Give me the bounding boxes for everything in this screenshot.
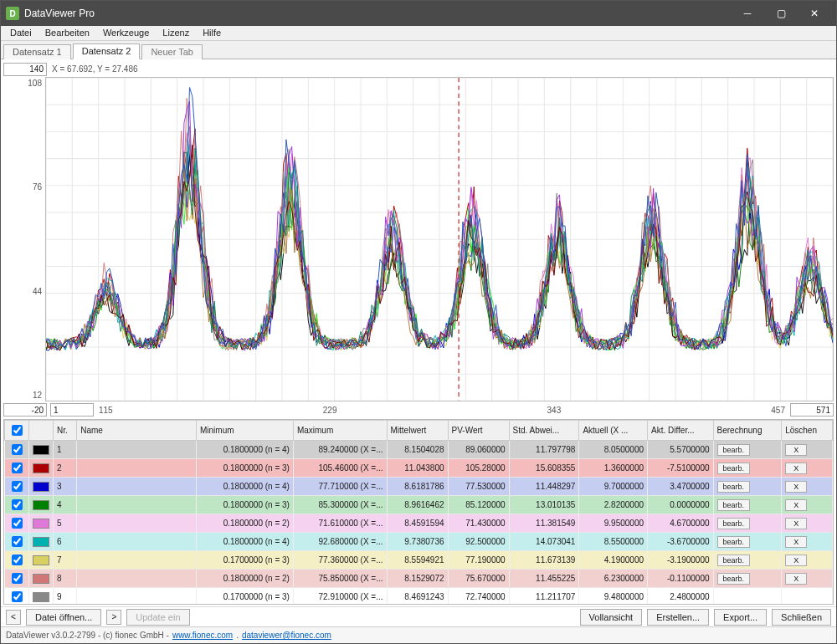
col-header[interactable]: Nr. (54, 421, 77, 441)
tabbar: Datensatz 1Datensatz 2Neuer Tab (1, 41, 836, 59)
table-row[interactable]: 10.1800000 (n = 4)89.240000 (X =...8.150… (5, 441, 833, 459)
delete-button[interactable]: X (785, 573, 807, 585)
col-header[interactable]: Aktuell (X ... (579, 421, 648, 441)
tab-datensatz-2[interactable]: Datensatz 2 (73, 43, 141, 59)
series-color-swatch[interactable] (33, 482, 49, 492)
menubar: DateiBearbeitenWerkzeugeLizenzHilfe (1, 26, 836, 41)
series-color-swatch[interactable] (33, 445, 49, 455)
table-row[interactable]: 80.1800000 (n = 2)75.850000 (X =...8.152… (5, 570, 833, 588)
table-row[interactable]: 40.1800000 (n = 3)85.300000 (X =...8.961… (5, 496, 833, 514)
select-all-checkbox[interactable] (12, 425, 23, 436)
menu-hilfe[interactable]: Hilfe (197, 27, 227, 38)
row-checkbox[interactable] (12, 444, 23, 455)
close-button[interactable]: ✕ (798, 1, 831, 26)
y-axis-labels: 108 76 44 12 (3, 77, 45, 401)
prev-button[interactable]: < (6, 610, 21, 625)
series-color-swatch[interactable] (33, 537, 49, 547)
delete-button[interactable]: X (785, 536, 807, 548)
edit-button[interactable]: bearb. (717, 536, 751, 548)
col-header[interactable]: Akt. Differ... (648, 421, 714, 441)
app-icon: D (6, 7, 19, 20)
edit-button[interactable]: bearb. (717, 555, 751, 566)
table-row[interactable]: 70.1700000 (n = 3)77.360000 (X =...8.559… (5, 551, 833, 570)
menu-bearbeiten[interactable]: Bearbeiten (39, 27, 95, 38)
table-row[interactable]: 50.1800000 (n = 2)71.610000 (X =...8.459… (5, 514, 833, 533)
delete-button[interactable]: X (785, 555, 807, 566)
col-header[interactable]: Std. Abwei... (509, 421, 579, 441)
delete-button[interactable]: X (785, 444, 807, 456)
y-min-input[interactable]: -20 (3, 403, 47, 417)
col-header[interactable]: Name (77, 421, 197, 441)
row-checkbox[interactable] (12, 555, 23, 565)
row-checkbox[interactable] (12, 536, 23, 547)
update-button[interactable]: Update ein (126, 609, 189, 626)
menu-datei[interactable]: Datei (4, 27, 38, 38)
delete-button[interactable]: X (785, 481, 807, 493)
col-header[interactable]: Berechnung (713, 421, 782, 441)
row-checkbox[interactable] (12, 481, 23, 492)
create-button[interactable]: Erstellen... (647, 609, 709, 626)
tab-datensatz-1[interactable]: Datensatz 1 (3, 44, 71, 59)
table-row[interactable]: 30.1800000 (n = 4)77.710000 (X =...8.618… (5, 478, 833, 496)
fullview-button[interactable]: Vollansicht (580, 609, 643, 626)
series-color-swatch[interactable] (33, 519, 49, 529)
y-tick: 12 (33, 391, 42, 400)
edit-button[interactable]: bearb. (717, 481, 751, 493)
series-color-swatch[interactable] (33, 463, 49, 473)
x-axis-labels: 115 229 343 457 (94, 406, 790, 415)
data-table-scroll[interactable]: Nr.NameMinimumMaximumMittelwertPV-WertSt… (4, 420, 833, 604)
export-button[interactable]: Export... (714, 609, 767, 626)
titlebar: D DataViewer Pro ─ ▢ ✕ (1, 1, 836, 26)
y-tick: 108 (28, 79, 42, 88)
open-file-button[interactable]: Datei öffnen... (26, 609, 101, 626)
next-button[interactable]: > (106, 610, 121, 625)
delete-button[interactable]: X (785, 499, 807, 511)
edit-button[interactable]: bearb. (717, 573, 751, 585)
actionbar: < Datei öffnen... > Update ein Vollansic… (1, 606, 836, 626)
row-checkbox[interactable] (12, 463, 23, 473)
row-checkbox[interactable] (12, 518, 23, 529)
status-sep: . (236, 631, 239, 640)
col-header[interactable]: Minimum (196, 421, 293, 441)
close-dataset-button[interactable]: Schließen (772, 609, 831, 626)
col-header[interactable]: Mittelwert (387, 421, 448, 441)
menu-werkzeuge[interactable]: Werkzeuge (97, 27, 155, 38)
x-tick: 457 (771, 406, 785, 415)
edit-button[interactable]: bearb. (717, 518, 751, 529)
delete-button[interactable]: X (785, 463, 807, 474)
series-color-swatch[interactable] (33, 555, 49, 565)
x-tick: 115 (99, 406, 113, 415)
maximize-button[interactable]: ▢ (764, 1, 798, 26)
x-max-input[interactable]: 571 (790, 403, 834, 417)
row-checkbox[interactable] (12, 591, 23, 602)
table-row[interactable]: 60.1800000 (n = 4)92.680000 (X =...9.738… (5, 533, 833, 551)
y-max-input[interactable]: 140 (3, 63, 47, 76)
col-header[interactable]: PV-Wert (448, 421, 509, 441)
cursor-coordinates: X = 67.692, Y = 27.486 (52, 64, 138, 74)
tab-neuer-tab[interactable]: Neuer Tab (141, 44, 203, 59)
minimize-button[interactable]: ─ (731, 1, 764, 26)
row-checkbox[interactable] (12, 573, 23, 584)
status-link-email[interactable]: dataviewer@fionec.com (242, 631, 331, 640)
series-color-swatch[interactable] (33, 592, 49, 602)
x-min-input[interactable]: 1 (50, 403, 94, 417)
chart-plot[interactable] (45, 77, 834, 401)
col-header[interactable] (5, 421, 29, 441)
series-color-swatch[interactable] (33, 574, 49, 584)
x-tick: 343 (547, 406, 562, 415)
row-checkbox[interactable] (12, 499, 23, 510)
col-header[interactable] (29, 421, 54, 441)
data-table: Nr.NameMinimumMaximumMittelwertPV-WertSt… (4, 420, 833, 604)
edit-button[interactable]: bearb. (717, 499, 751, 511)
statusbar: DataViewer v3.0.2-2799 - (c) fionec GmbH… (1, 626, 836, 643)
menu-lizenz[interactable]: Lizenz (157, 27, 195, 38)
col-header[interactable]: Maximum (293, 421, 387, 441)
table-row[interactable]: 20.1800000 (n = 3)105.46000 (X =...11.04… (5, 459, 833, 478)
edit-button[interactable]: bearb. (717, 463, 751, 474)
edit-button[interactable]: bearb. (717, 444, 751, 456)
status-link-website[interactable]: www.fionec.com (172, 631, 233, 640)
series-color-swatch[interactable] (33, 500, 49, 510)
col-header[interactable]: Löschen (782, 421, 833, 441)
delete-button[interactable]: X (785, 518, 807, 529)
table-row[interactable]: 90.1700000 (n = 3)72.910000 (X =...8.469… (5, 588, 833, 605)
